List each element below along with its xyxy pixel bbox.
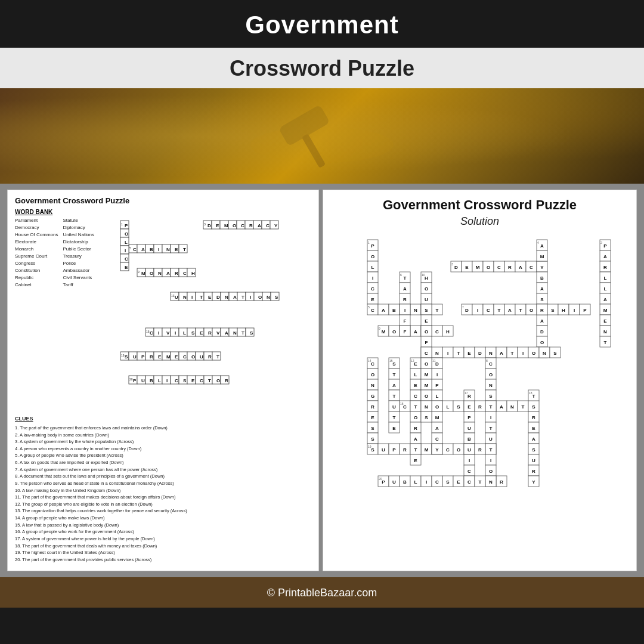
- solution-grid: .sc { stroke: #555; stroke-width: 0.8; f…: [332, 234, 618, 550]
- svg-text:M: M: [435, 415, 439, 420]
- svg-text:B: B: [150, 378, 153, 383]
- svg-text:7: 7: [462, 305, 464, 309]
- svg-text:I: I: [175, 330, 176, 336]
- svg-text:T: T: [498, 308, 501, 313]
- svg-text:T: T: [479, 479, 482, 485]
- svg-text:L: L: [183, 330, 186, 336]
- svg-text:C: C: [266, 223, 270, 228]
- svg-text:E: E: [392, 426, 396, 431]
- svg-text:B: B: [392, 308, 396, 313]
- svg-text:I: I: [125, 248, 126, 253]
- svg-text:C: C: [371, 361, 374, 367]
- svg-text:O: O: [425, 329, 428, 335]
- svg-text:S: S: [371, 436, 374, 442]
- svg-text:M: M: [425, 372, 429, 377]
- svg-text:U: U: [133, 354, 137, 360]
- svg-text:N: N: [425, 404, 428, 410]
- svg-text:E: E: [457, 479, 460, 485]
- svg-text:E: E: [175, 354, 178, 360]
- svg-text:A: A: [414, 436, 417, 442]
- svg-text:L: L: [371, 265, 374, 270]
- svg-text:I: I: [404, 308, 405, 313]
- svg-text:H: H: [446, 329, 450, 335]
- svg-text:H: H: [425, 275, 428, 281]
- svg-text:N: N: [233, 330, 237, 336]
- svg-text:N: N: [543, 351, 546, 356]
- svg-text:C: C: [530, 265, 533, 270]
- svg-text:L: L: [125, 240, 128, 245]
- svg-text:H: H: [191, 271, 195, 276]
- svg-text:T: T: [393, 372, 396, 377]
- svg-text:O: O: [371, 254, 374, 259]
- svg-text:I: I: [426, 479, 427, 485]
- svg-text:T: T: [436, 308, 439, 313]
- right-panel: Government Crossword Puzzle Solution .sc…: [323, 190, 637, 571]
- svg-text:E: E: [200, 330, 203, 336]
- clue-19: 19. The highest court in the United Stat…: [15, 549, 311, 556]
- svg-text:S: S: [457, 404, 460, 410]
- svg-text:6: 6: [400, 273, 402, 277]
- svg-text:A: A: [403, 286, 407, 292]
- svg-text:S: S: [532, 447, 535, 453]
- svg-text:U: U: [392, 404, 396, 410]
- svg-text:Y: Y: [540, 265, 544, 270]
- svg-text:A: A: [540, 318, 544, 324]
- svg-text:I: I: [250, 295, 251, 300]
- left-panel-title: Government Crossword Puzzle: [15, 196, 311, 205]
- svg-text:A: A: [141, 247, 145, 252]
- svg-text:R: R: [414, 426, 417, 431]
- svg-text:R: R: [225, 378, 228, 383]
- svg-text:T: T: [532, 394, 535, 399]
- svg-text:C: C: [446, 447, 450, 453]
- svg-text:R: R: [371, 404, 374, 410]
- svg-text:S: S: [446, 479, 450, 485]
- svg-text:I: I: [490, 458, 491, 463]
- right-panel-title: Government Crossword Puzzle: [332, 197, 628, 213]
- svg-text:S: S: [125, 354, 128, 360]
- svg-text:C: C: [241, 223, 244, 228]
- svg-text:L: L: [604, 275, 607, 281]
- clue-18: 18. The part of the government that deal…: [15, 543, 311, 550]
- svg-text:R: R: [508, 265, 512, 270]
- clues-label: CLUES: [15, 415, 311, 423]
- svg-text:P: P: [141, 354, 145, 360]
- svg-text:A: A: [435, 426, 439, 431]
- svg-point-0: [250, 127, 394, 163]
- svg-text:I: I: [490, 415, 491, 420]
- svg-text:S: S: [551, 308, 555, 313]
- svg-text:T: T: [393, 415, 396, 420]
- svg-text:P: P: [467, 415, 471, 420]
- svg-text:M: M: [425, 383, 429, 388]
- svg-text:T: T: [490, 447, 493, 453]
- svg-text:O: O: [150, 271, 153, 276]
- clue-4: 4. A person who represents a country in …: [15, 445, 311, 453]
- svg-text:I: I: [574, 308, 575, 313]
- svg-text:N: N: [489, 383, 493, 388]
- svg-text:P: P: [435, 383, 439, 388]
- svg-text:R: R: [403, 297, 407, 302]
- svg-text:I: I: [477, 308, 478, 313]
- svg-text:M: M: [476, 265, 480, 270]
- svg-text:N: N: [489, 351, 493, 356]
- clues-section: CLUES 1. The part of the government that…: [15, 415, 311, 563]
- svg-text:A: A: [382, 308, 385, 313]
- svg-text:N: N: [267, 295, 270, 300]
- svg-text:C: C: [487, 308, 490, 313]
- svg-text:E: E: [414, 383, 417, 388]
- svg-text:P: P: [603, 243, 607, 249]
- word-bank-list: ParliamentDemocracyHouse Of CommonsElect…: [15, 217, 106, 289]
- svg-text:C: C: [435, 436, 439, 442]
- svg-text:C: C: [435, 479, 439, 485]
- svg-text:O: O: [371, 372, 374, 377]
- svg-text:A: A: [508, 308, 512, 313]
- svg-text:S: S: [553, 351, 557, 356]
- svg-text:E: E: [425, 318, 428, 324]
- svg-text:C: C: [125, 256, 128, 262]
- svg-text:P: P: [133, 378, 137, 383]
- svg-text:D: D: [465, 308, 469, 313]
- svg-text:Y: Y: [435, 447, 439, 453]
- svg-text:C: C: [150, 330, 153, 336]
- svg-text:Y: Y: [532, 479, 535, 485]
- svg-text:H: H: [562, 308, 565, 313]
- svg-text:N: N: [225, 295, 228, 300]
